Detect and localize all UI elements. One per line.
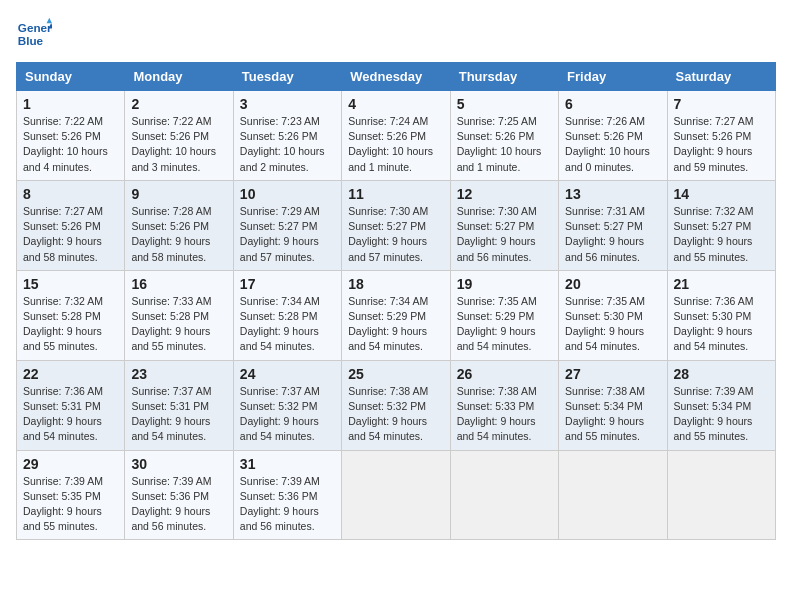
col-header-wednesday: Wednesday (342, 63, 450, 91)
calendar-cell: 13Sunrise: 7:31 AMSunset: 5:27 PMDayligh… (559, 180, 667, 270)
day-number: 7 (674, 96, 769, 112)
day-info: Sunrise: 7:36 AMSunset: 5:30 PMDaylight:… (674, 294, 769, 355)
calendar-cell: 1Sunrise: 7:22 AMSunset: 5:26 PMDaylight… (17, 91, 125, 181)
day-number: 17 (240, 276, 335, 292)
calendar-cell: 11Sunrise: 7:30 AMSunset: 5:27 PMDayligh… (342, 180, 450, 270)
svg-text:Blue: Blue (18, 34, 44, 47)
day-info: Sunrise: 7:22 AMSunset: 5:26 PMDaylight:… (131, 114, 226, 175)
day-info: Sunrise: 7:23 AMSunset: 5:26 PMDaylight:… (240, 114, 335, 175)
day-info: Sunrise: 7:29 AMSunset: 5:27 PMDaylight:… (240, 204, 335, 265)
day-number: 13 (565, 186, 660, 202)
col-header-thursday: Thursday (450, 63, 558, 91)
day-number: 25 (348, 366, 443, 382)
day-info: Sunrise: 7:28 AMSunset: 5:26 PMDaylight:… (131, 204, 226, 265)
calendar-cell (450, 450, 558, 540)
day-number: 22 (23, 366, 118, 382)
day-info: Sunrise: 7:32 AMSunset: 5:28 PMDaylight:… (23, 294, 118, 355)
day-number: 26 (457, 366, 552, 382)
day-number: 6 (565, 96, 660, 112)
col-header-friday: Friday (559, 63, 667, 91)
col-header-tuesday: Tuesday (233, 63, 341, 91)
calendar-cell: 21Sunrise: 7:36 AMSunset: 5:30 PMDayligh… (667, 270, 775, 360)
day-number: 24 (240, 366, 335, 382)
day-info: Sunrise: 7:34 AMSunset: 5:28 PMDaylight:… (240, 294, 335, 355)
calendar-cell: 10Sunrise: 7:29 AMSunset: 5:27 PMDayligh… (233, 180, 341, 270)
day-number: 4 (348, 96, 443, 112)
calendar-cell: 22Sunrise: 7:36 AMSunset: 5:31 PMDayligh… (17, 360, 125, 450)
day-number: 20 (565, 276, 660, 292)
calendar-cell (667, 450, 775, 540)
calendar-cell: 23Sunrise: 7:37 AMSunset: 5:31 PMDayligh… (125, 360, 233, 450)
day-info: Sunrise: 7:32 AMSunset: 5:27 PMDaylight:… (674, 204, 769, 265)
calendar-cell: 8Sunrise: 7:27 AMSunset: 5:26 PMDaylight… (17, 180, 125, 270)
day-info: Sunrise: 7:22 AMSunset: 5:26 PMDaylight:… (23, 114, 118, 175)
calendar-cell: 7Sunrise: 7:27 AMSunset: 5:26 PMDaylight… (667, 91, 775, 181)
calendar-cell: 30Sunrise: 7:39 AMSunset: 5:36 PMDayligh… (125, 450, 233, 540)
day-info: Sunrise: 7:24 AMSunset: 5:26 PMDaylight:… (348, 114, 443, 175)
calendar-cell: 6Sunrise: 7:26 AMSunset: 5:26 PMDaylight… (559, 91, 667, 181)
day-info: Sunrise: 7:37 AMSunset: 5:31 PMDaylight:… (131, 384, 226, 445)
header: General Blue (16, 16, 776, 52)
calendar-cell: 28Sunrise: 7:39 AMSunset: 5:34 PMDayligh… (667, 360, 775, 450)
day-info: Sunrise: 7:35 AMSunset: 5:30 PMDaylight:… (565, 294, 660, 355)
calendar-cell: 16Sunrise: 7:33 AMSunset: 5:28 PMDayligh… (125, 270, 233, 360)
day-number: 2 (131, 96, 226, 112)
calendar-cell: 26Sunrise: 7:38 AMSunset: 5:33 PMDayligh… (450, 360, 558, 450)
col-header-sunday: Sunday (17, 63, 125, 91)
week-row-4: 22Sunrise: 7:36 AMSunset: 5:31 PMDayligh… (17, 360, 776, 450)
calendar-cell: 29Sunrise: 7:39 AMSunset: 5:35 PMDayligh… (17, 450, 125, 540)
day-number: 21 (674, 276, 769, 292)
day-info: Sunrise: 7:39 AMSunset: 5:36 PMDaylight:… (131, 474, 226, 535)
calendar-cell: 5Sunrise: 7:25 AMSunset: 5:26 PMDaylight… (450, 91, 558, 181)
logo: General Blue (16, 16, 56, 52)
calendar-cell: 3Sunrise: 7:23 AMSunset: 5:26 PMDaylight… (233, 91, 341, 181)
week-row-3: 15Sunrise: 7:32 AMSunset: 5:28 PMDayligh… (17, 270, 776, 360)
day-info: Sunrise: 7:31 AMSunset: 5:27 PMDaylight:… (565, 204, 660, 265)
col-header-saturday: Saturday (667, 63, 775, 91)
day-info: Sunrise: 7:27 AMSunset: 5:26 PMDaylight:… (23, 204, 118, 265)
day-number: 5 (457, 96, 552, 112)
calendar-table: SundayMondayTuesdayWednesdayThursdayFrid… (16, 62, 776, 540)
day-number: 3 (240, 96, 335, 112)
calendar-cell: 19Sunrise: 7:35 AMSunset: 5:29 PMDayligh… (450, 270, 558, 360)
day-info: Sunrise: 7:39 AMSunset: 5:35 PMDaylight:… (23, 474, 118, 535)
day-info: Sunrise: 7:30 AMSunset: 5:27 PMDaylight:… (348, 204, 443, 265)
day-info: Sunrise: 7:26 AMSunset: 5:26 PMDaylight:… (565, 114, 660, 175)
day-number: 10 (240, 186, 335, 202)
calendar-cell (559, 450, 667, 540)
week-row-1: 1Sunrise: 7:22 AMSunset: 5:26 PMDaylight… (17, 91, 776, 181)
day-number: 31 (240, 456, 335, 472)
day-info: Sunrise: 7:35 AMSunset: 5:29 PMDaylight:… (457, 294, 552, 355)
week-row-5: 29Sunrise: 7:39 AMSunset: 5:35 PMDayligh… (17, 450, 776, 540)
day-info: Sunrise: 7:39 AMSunset: 5:34 PMDaylight:… (674, 384, 769, 445)
calendar-cell: 2Sunrise: 7:22 AMSunset: 5:26 PMDaylight… (125, 91, 233, 181)
day-info: Sunrise: 7:34 AMSunset: 5:29 PMDaylight:… (348, 294, 443, 355)
day-info: Sunrise: 7:39 AMSunset: 5:36 PMDaylight:… (240, 474, 335, 535)
day-number: 1 (23, 96, 118, 112)
day-info: Sunrise: 7:30 AMSunset: 5:27 PMDaylight:… (457, 204, 552, 265)
day-number: 16 (131, 276, 226, 292)
day-info: Sunrise: 7:38 AMSunset: 5:33 PMDaylight:… (457, 384, 552, 445)
day-number: 8 (23, 186, 118, 202)
day-info: Sunrise: 7:27 AMSunset: 5:26 PMDaylight:… (674, 114, 769, 175)
calendar-cell: 15Sunrise: 7:32 AMSunset: 5:28 PMDayligh… (17, 270, 125, 360)
day-number: 27 (565, 366, 660, 382)
day-info: Sunrise: 7:38 AMSunset: 5:34 PMDaylight:… (565, 384, 660, 445)
day-number: 23 (131, 366, 226, 382)
calendar-cell: 20Sunrise: 7:35 AMSunset: 5:30 PMDayligh… (559, 270, 667, 360)
calendar-cell: 9Sunrise: 7:28 AMSunset: 5:26 PMDaylight… (125, 180, 233, 270)
day-number: 14 (674, 186, 769, 202)
calendar-cell: 31Sunrise: 7:39 AMSunset: 5:36 PMDayligh… (233, 450, 341, 540)
calendar-cell: 12Sunrise: 7:30 AMSunset: 5:27 PMDayligh… (450, 180, 558, 270)
calendar-cell (342, 450, 450, 540)
week-row-2: 8Sunrise: 7:27 AMSunset: 5:26 PMDaylight… (17, 180, 776, 270)
day-info: Sunrise: 7:33 AMSunset: 5:28 PMDaylight:… (131, 294, 226, 355)
col-header-monday: Monday (125, 63, 233, 91)
day-number: 19 (457, 276, 552, 292)
day-info: Sunrise: 7:38 AMSunset: 5:32 PMDaylight:… (348, 384, 443, 445)
day-info: Sunrise: 7:25 AMSunset: 5:26 PMDaylight:… (457, 114, 552, 175)
day-number: 30 (131, 456, 226, 472)
day-number: 11 (348, 186, 443, 202)
calendar-cell: 25Sunrise: 7:38 AMSunset: 5:32 PMDayligh… (342, 360, 450, 450)
calendar-cell: 18Sunrise: 7:34 AMSunset: 5:29 PMDayligh… (342, 270, 450, 360)
